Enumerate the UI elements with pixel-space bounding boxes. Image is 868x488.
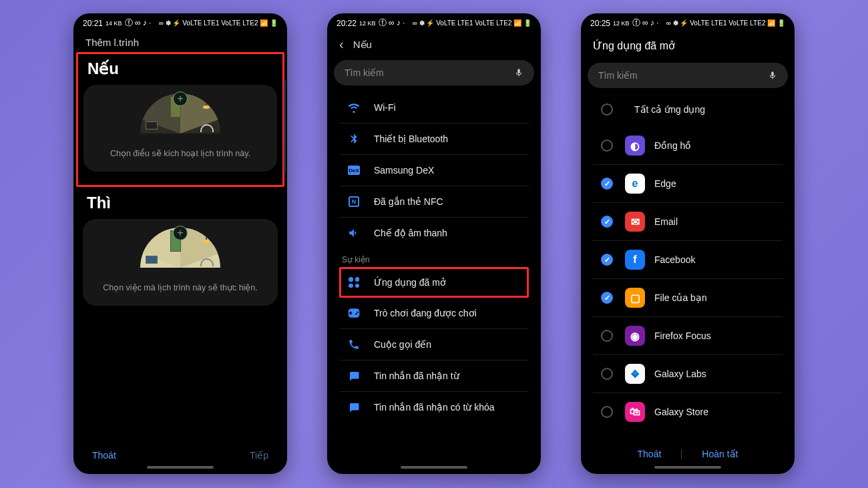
plus-icon[interactable]: + xyxy=(173,226,188,240)
radio-unchecked[interactable] xyxy=(601,103,613,115)
search-input[interactable]: Tìm kiếm xyxy=(588,63,788,88)
list-row-msgkw[interactable]: Tin nhắn đã nhận có từ khóa xyxy=(339,392,529,423)
app-name: File của bạn xyxy=(654,292,707,303)
row-label: Đã gắn thẻ NFC xyxy=(374,196,443,207)
all-apps-row[interactable]: Tất cả ứng dụng xyxy=(593,95,783,124)
search-placeholder: Tìm kiếm xyxy=(345,67,384,78)
next-button[interactable]: Tiếp xyxy=(250,450,268,461)
row-label: Trò chơi đang được chơi xyxy=(374,308,477,318)
row-label: Chế độ âm thanh xyxy=(374,228,447,238)
app-row[interactable]: 🛍Galaxy Store xyxy=(593,393,783,431)
app-row[interactable]: ✉Email xyxy=(593,203,783,241)
dex-icon: DeX xyxy=(347,164,361,177)
section-header: Sự kiện xyxy=(334,248,534,267)
done-button[interactable]: Hoàn tất xyxy=(702,449,738,459)
radio-checked[interactable] xyxy=(601,292,613,304)
then-card[interactable]: + Chọn việc mà lịch trình này sẽ thực hi… xyxy=(83,219,278,306)
search-placeholder: Tìm kiếm xyxy=(598,70,638,81)
sound-icon xyxy=(347,226,361,240)
back-icon[interactable]: ‹ xyxy=(339,37,344,52)
footer: Thoát Tiếp xyxy=(73,442,287,465)
list-row-bluetooth[interactable]: Thiết bị Bluetooth xyxy=(339,124,529,155)
app-row[interactable]: ❖Galaxy Labs xyxy=(593,355,783,393)
wifi-icon xyxy=(347,101,361,114)
then-title: Thì xyxy=(80,191,280,219)
page-title: Thêm l.trình xyxy=(73,30,287,52)
phone-screen-1: 20:21 14 KB ⓕ ∞ ♪ · ∞ ✽ ⚡ VoLTE LTE1 VoL… xyxy=(73,13,287,474)
scrollbar[interactable] xyxy=(284,80,286,174)
app-icon: ◐ xyxy=(625,136,645,156)
mic-icon[interactable] xyxy=(514,68,523,77)
app-icon: ◉ xyxy=(625,326,645,346)
page-title: Ứng dụng đã mở xyxy=(581,30,795,59)
phone-screen-2: 20:22 12 KB ⓕ ∞ ♪ · ∞ ✽ ⚡ VoLTE LTE1 VoL… xyxy=(327,13,541,474)
exit-button[interactable]: Thoát xyxy=(638,449,662,459)
list-row-nfc[interactable]: NĐã gắn thẻ NFC xyxy=(339,186,529,218)
list-row-wifi[interactable]: Wi-Fi xyxy=(339,92,529,124)
if-description: Chọn điều sẽ kích hoạt lịch trình này. xyxy=(91,148,269,158)
header: ‹ Nếu xyxy=(327,30,541,56)
list-row-dex[interactable]: DeXSamsung DeX xyxy=(339,155,529,186)
app-name: Galaxy Labs xyxy=(654,369,706,379)
row-label: Tin nhắn đã nhận từ xyxy=(374,371,459,381)
clock: 20:21 xyxy=(83,19,103,28)
app-icon: e xyxy=(625,174,645,194)
app-name: Firefox Focus xyxy=(654,330,711,341)
nav-bar[interactable] xyxy=(581,465,795,474)
app-row[interactable]: eEdge xyxy=(593,165,783,203)
app-row[interactable]: ▢File của bạn xyxy=(593,279,783,317)
msg-icon xyxy=(347,369,361,383)
app-row[interactable]: fFacebook xyxy=(593,241,783,279)
radio-checked[interactable] xyxy=(601,178,613,190)
list-row-apps[interactable]: Ứng dụng đã mở xyxy=(339,267,529,298)
app-row[interactable]: ◉Firefox Focus xyxy=(593,317,783,355)
app-icon: ❖ xyxy=(625,364,645,384)
if-block-highlight: Nếu + Chọn điều sẽ xyxy=(76,52,284,187)
radio-checked[interactable] xyxy=(601,254,613,266)
radio-unchecked[interactable] xyxy=(601,368,613,380)
game-icon xyxy=(347,306,361,320)
if-card[interactable]: + Chọn điều sẽ kích hoạt lịch trình này. xyxy=(83,85,277,172)
exit-button[interactable]: Thoát xyxy=(92,450,116,461)
app-icon: f xyxy=(625,250,645,270)
row-label: Tin nhắn đã nhận có từ khóa xyxy=(374,402,495,413)
call-icon xyxy=(347,338,361,351)
if-title: Nếu xyxy=(81,57,280,85)
page-title: Nếu xyxy=(353,39,372,51)
then-illustration: + xyxy=(140,226,220,276)
nfc-icon: N xyxy=(347,195,361,208)
row-label: Cuộc gọi đến xyxy=(374,339,431,350)
radio-unchecked[interactable] xyxy=(601,330,613,342)
status-bar: 20:25 12 KB ⓕ ∞ ♪ · ∞ ✽ ⚡ VoLTE LTE1 VoL… xyxy=(581,13,795,30)
mic-icon[interactable] xyxy=(768,71,777,80)
list-row-call[interactable]: Cuộc gọi đến xyxy=(339,329,529,360)
row-label: Samsung DeX xyxy=(374,165,434,176)
then-description: Chọn việc mà lịch trình này sẽ thực hiện… xyxy=(91,282,270,292)
bottom-actions: Thoát Hoàn tất xyxy=(581,438,795,465)
nav-bar[interactable] xyxy=(73,465,287,474)
apps-icon xyxy=(347,276,361,289)
radio-checked[interactable] xyxy=(601,216,613,228)
radio-unchecked[interactable] xyxy=(601,406,613,418)
app-row[interactable]: ◐Đồng hồ xyxy=(593,127,783,165)
row-label: Wi-Fi xyxy=(374,102,396,113)
app-icon: ✉ xyxy=(625,212,645,232)
app-icon: ▢ xyxy=(625,288,645,308)
app-name: Facebook xyxy=(654,254,695,265)
search-input[interactable]: Tìm kiếm xyxy=(334,60,534,85)
status-bar: 20:22 12 KB ⓕ ∞ ♪ · ∞ ✽ ⚡ VoLTE LTE1 VoL… xyxy=(327,13,541,30)
nav-bar[interactable] xyxy=(327,465,541,474)
row-label: Ứng dụng đã mở xyxy=(374,277,446,288)
list-row-sound[interactable]: Chế độ âm thanh xyxy=(339,218,529,248)
app-icon: 🛍 xyxy=(625,402,645,422)
clock: 20:25 xyxy=(590,19,610,28)
list-row-game[interactable]: Trò chơi đang được chơi xyxy=(339,298,529,329)
app-name: Đồng hồ xyxy=(654,140,691,151)
list-row-msg[interactable]: Tin nhắn đã nhận từ xyxy=(339,360,529,392)
plus-icon[interactable]: + xyxy=(173,91,188,106)
msgkw-icon xyxy=(347,401,361,414)
phone-screen-3: 20:25 12 KB ⓕ ∞ ♪ · ∞ ✽ ⚡ VoLTE LTE1 VoL… xyxy=(581,13,795,474)
row-label: Thiết bị Bluetooth xyxy=(374,134,448,144)
app-name: Email xyxy=(654,216,678,227)
radio-unchecked[interactable] xyxy=(601,140,613,152)
